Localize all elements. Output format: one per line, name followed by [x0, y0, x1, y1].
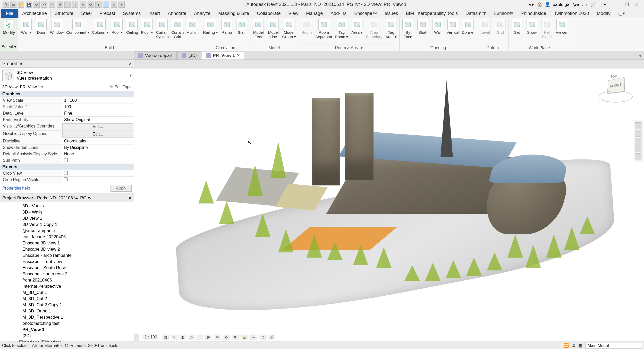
properties-grid[interactable]: GraphicsView Scale1 : 100Scale Value 1:1… [0, 91, 134, 184]
close-hidden-icon[interactable]: ✕ [111, 2, 117, 8]
tool-tag-room-[interactable]: Tag Room ▾ [335, 19, 348, 39]
browser-node[interactable]: 3D View 1 [13, 215, 134, 222]
tool-wall[interactable]: Wall [431, 19, 444, 35]
workset-field[interactable]: Main Model [585, 343, 642, 348]
tool-set[interactable]: Set [511, 19, 523, 35]
worksharing-icon[interactable]: ⬚ [259, 335, 266, 340]
pan-icon[interactable] [635, 130, 641, 137]
reveal-icon[interactable]: ⚑ [232, 335, 239, 340]
temp-hide-icon[interactable]: ⚙ [223, 335, 230, 340]
tool-ramp[interactable]: Ramp [221, 19, 233, 35]
link-display-icon[interactable]: 🔗 [268, 335, 275, 340]
menu-lumion[interactable]: Lumion® [490, 9, 516, 18]
constraints-icon[interactable]: 🔒 [241, 335, 248, 340]
prop-value[interactable]: Show Original [62, 117, 134, 123]
browser-node[interactable]: PR_View 1 [13, 327, 134, 333]
browser-node[interactable]: Internal Perspective [13, 283, 134, 290]
dropdown-icon[interactable]: ▾ [95, 2, 101, 8]
menu-addins[interactable]: Add-Ins [327, 9, 350, 18]
prop-value[interactable]: None [62, 151, 134, 157]
tool-shaft[interactable]: Shaft [417, 19, 429, 35]
tool-area[interactable]: Area ▾ [351, 19, 363, 35]
crop-view-icon[interactable]: ▭ [197, 335, 203, 340]
save-icon[interactable]: 💾 [26, 2, 32, 8]
infocenter-icon[interactable]: 🏠 [537, 2, 542, 7]
sync-icon[interactable]: ⟳ [33, 2, 40, 8]
tool-component[interactable]: Component ▾ [66, 19, 89, 35]
menu-annotate[interactable]: Annotate [164, 9, 190, 18]
switch-windows-icon[interactable]: ▾ [118, 2, 125, 8]
refresh-icon[interactable]: ⟳ [88, 2, 94, 8]
undo-icon[interactable]: ↶ [41, 2, 47, 8]
tool-tag-area-[interactable]: Tag Area ▾ [385, 19, 397, 39]
text-icon[interactable]: A [80, 2, 86, 8]
browser-node[interactable]: 3D - Walls [13, 209, 134, 215]
browser-node[interactable]: Enscape 3D view 2 [13, 246, 134, 252]
browser-node[interactable]: east facade 20220406 [13, 234, 134, 240]
section-box-icon[interactable] [635, 153, 641, 160]
tool-wall[interactable]: Wall ▾ [20, 19, 32, 35]
apply-button[interactable]: Apply [111, 185, 132, 192]
edit-type-button[interactable]: ✎ Edit Type [110, 84, 132, 89]
type-selector-dropdown-icon[interactable]: ▾ [130, 73, 132, 78]
menu-overflow[interactable]: ▢▾ [614, 9, 629, 18]
prop-group-header[interactable]: Graphics [0, 91, 134, 97]
prop-value[interactable] [62, 183, 134, 184]
new-icon[interactable]: ▭ [10, 2, 16, 8]
visual-style-icon[interactable]: ▦ [162, 335, 169, 340]
prop-value[interactable] [62, 170, 134, 176]
close-button[interactable]: ✕ [632, 1, 641, 8]
status-icon-2[interactable]: ▦ [578, 343, 582, 348]
prop-checkbox[interactable] [64, 177, 68, 181]
browser-node[interactable]: front 20210406 [13, 277, 134, 283]
analytical-icon[interactable]: ∿ [250, 335, 257, 340]
dimension-icon[interactable]: ↕ [72, 2, 78, 8]
orbit-icon[interactable] [635, 146, 641, 152]
doc-tab[interactable]: PR_View 1× [202, 51, 244, 59]
menu-modify[interactable]: Modify [593, 9, 614, 18]
browser-node[interactable]: M_3D_Perspective 1 [13, 314, 134, 320]
menu-issues[interactable]: Issues [381, 9, 402, 18]
minimize-button[interactable]: — [613, 1, 622, 8]
tool-viewer[interactable]: Viewer [556, 19, 568, 35]
menu-rhino[interactable]: Rhino.Inside [516, 9, 550, 18]
measure-icon[interactable]: ↔ [64, 2, 71, 8]
browser-node[interactable]: photomatching test [13, 320, 134, 327]
view-cube[interactable]: FRONT TOP [598, 75, 634, 106]
tool-model-line[interactable]: Model Line [267, 19, 279, 39]
restore-button[interactable]: ❐ [622, 1, 632, 8]
browser-node[interactable]: Enscape - South Rose [13, 265, 134, 271]
browser-node[interactable]: Enscape 3D view 1 [13, 240, 134, 246]
user-icon[interactable]: 👤 [545, 2, 550, 7]
prop-group-header[interactable]: Extents [0, 164, 134, 170]
browser-node[interactable]: @arco rampante [13, 228, 134, 234]
browser-node[interactable]: Enscape - front view [13, 259, 134, 265]
instance-label[interactable]: 3D View: PR_View 1 [2, 85, 40, 89]
prop-value[interactable]: Coordination [62, 138, 134, 144]
browser-node[interactable]: M_3D_Ortho 1 [13, 308, 134, 314]
browser-node[interactable]: M_3D_Cut 1 [13, 290, 134, 296]
prop-checkbox[interactable] [64, 171, 68, 175]
prop-value[interactable]: 1 : 100 [62, 97, 134, 104]
tool-show[interactable]: Show [526, 19, 538, 35]
tool-by-face[interactable]: By Face [402, 19, 414, 39]
navigation-bar[interactable] [634, 120, 642, 162]
browser-node[interactable]: 3D - Vaults [13, 203, 134, 209]
tool-curtain-system[interactable]: Curtain System [156, 19, 169, 39]
browser-node[interactable]: Enscape - south rose 2 [13, 271, 134, 277]
tool-room-separator[interactable]: Room Separator [315, 19, 332, 39]
doc-tab[interactable]: {3D} [177, 51, 201, 59]
print-icon[interactable]: 🖨 [57, 2, 63, 8]
steering-wheel-icon[interactable] [635, 122, 641, 129]
properties-close-icon[interactable]: × [129, 61, 132, 67]
tool-roof[interactable]: Roof ▾ [111, 19, 123, 35]
redo-icon[interactable]: ↷ [49, 2, 55, 8]
view-scale-button[interactable]: 1 : 100 [142, 334, 160, 340]
browser-node[interactable]: Enscape - arco rampante [13, 252, 134, 259]
tool-stair[interactable]: Stair [235, 19, 248, 35]
menu-structure[interactable]: Structure [51, 9, 77, 18]
prop-value[interactable]: Fine [62, 110, 134, 116]
menu-collaborate[interactable]: Collaborate [253, 9, 284, 18]
browser-tree[interactable]: 3D - Vaults3D - Walls3D View 13D View 1 … [0, 202, 134, 342]
viewport[interactable]: ↖ FRONT TOP [134, 69, 644, 334]
